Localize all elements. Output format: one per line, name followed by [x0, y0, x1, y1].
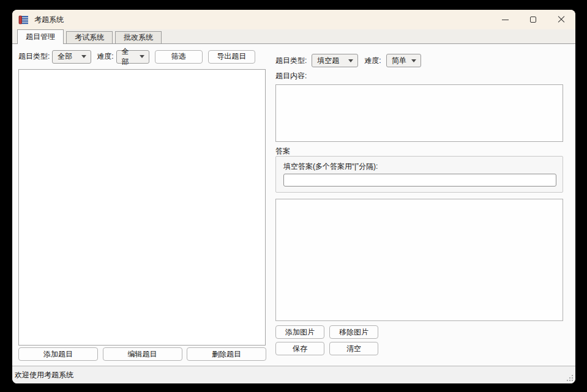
type-filter-dropdown[interactable]: 全部 — [52, 50, 91, 64]
close-button[interactable] — [547, 10, 575, 29]
title-bar[interactable]: 考题系统 — [12, 10, 575, 29]
difficulty-filter-label: 难度: — [97, 51, 113, 62]
save-clear-row: 保存 清空 — [275, 342, 378, 355]
type-filter-value: 全部 — [58, 51, 72, 62]
editor-type-row: 题目类型: 填空题 难度: 简单 — [275, 53, 421, 68]
editor-type-value: 填空题 — [317, 56, 339, 66]
remove-image-button[interactable]: 移除图片 — [329, 325, 378, 339]
delete-question-button[interactable]: 删除题目 — [187, 347, 266, 361]
question-list[interactable] — [18, 69, 266, 346]
image-preview-area[interactable] — [275, 199, 563, 321]
add-image-button[interactable]: 添加图片 — [275, 325, 324, 339]
answer-input[interactable] — [283, 174, 556, 187]
answer-hint-label: 填空答案(多个答案用“|”分隔): — [283, 161, 378, 172]
chevron-down-icon — [411, 59, 416, 62]
export-questions-button[interactable]: 导出题目 — [208, 50, 255, 64]
maximize-icon — [530, 17, 536, 23]
app-window: 考题系统 题目管理 考试系统 批改系统 题目类型: — [12, 10, 575, 383]
window-controls — [491, 10, 575, 29]
minimize-icon — [502, 20, 509, 20]
filter-row: 题目类型: 全部 难度: 全部 筛选 导出题目 — [18, 50, 266, 64]
tab-bar: 题目管理 考试系统 批改系统 — [12, 29, 575, 44]
tab-grading-system[interactable]: 批改系统 — [115, 31, 162, 43]
save-button[interactable]: 保存 — [275, 342, 324, 355]
editor-difficulty-value: 简单 — [392, 56, 406, 66]
add-question-button[interactable]: 添加题目 — [18, 347, 98, 361]
window-title: 考题系统 — [34, 15, 64, 25]
minimize-button[interactable] — [491, 10, 519, 29]
status-text: 欢迎使用考题系统 — [15, 370, 73, 380]
difficulty-filter-value: 全部 — [122, 46, 135, 67]
question-editor-panel: 题目类型: 填空题 难度: 简单 题目内容: 答案 填空答案(多个答案用“|”分… — [275, 44, 563, 366]
close-icon — [558, 16, 565, 23]
tab-exam-system[interactable]: 考试系统 — [66, 31, 113, 43]
question-management-page: 题目类型: 全部 难度: 全部 筛选 导出题目 添加题目 编辑题目 删除题 — [12, 44, 575, 366]
question-content-label: 题目内容: — [275, 71, 307, 81]
editor-difficulty-label: 难度: — [364, 56, 381, 66]
question-content-textarea[interactable] — [275, 84, 563, 142]
type-filter-label: 题目类型: — [18, 51, 50, 62]
app-icon — [18, 15, 29, 24]
maximize-button[interactable] — [519, 10, 547, 29]
image-buttons-row: 添加图片 移除图片 — [275, 325, 378, 339]
tab-question-management[interactable]: 题目管理 — [17, 29, 64, 44]
answer-groupbox: 填空答案(多个答案用“|”分隔): — [275, 156, 563, 193]
chevron-down-icon — [348, 59, 353, 62]
editor-difficulty-dropdown[interactable]: 简单 — [386, 54, 421, 67]
status-bar: 欢迎使用考题系统 — [12, 366, 575, 383]
editor-type-dropdown[interactable]: 填空题 — [312, 54, 358, 67]
desktop-background: 考题系统 题目管理 考试系统 批改系统 题目类型: — [0, 0, 587, 392]
resize-grip-icon[interactable] — [566, 374, 573, 381]
answer-section-label: 答案 — [275, 146, 290, 157]
question-actions-row: 添加题目 编辑题目 删除题目 — [18, 347, 266, 361]
editor-type-label: 题目类型: — [275, 56, 307, 66]
filter-button[interactable]: 筛选 — [155, 50, 203, 64]
clear-button[interactable]: 清空 — [329, 342, 378, 355]
difficulty-filter-dropdown[interactable]: 全部 — [116, 50, 149, 64]
chevron-down-icon — [81, 55, 86, 58]
edit-question-button[interactable]: 编辑题目 — [103, 347, 182, 361]
chevron-down-icon — [140, 55, 144, 58]
